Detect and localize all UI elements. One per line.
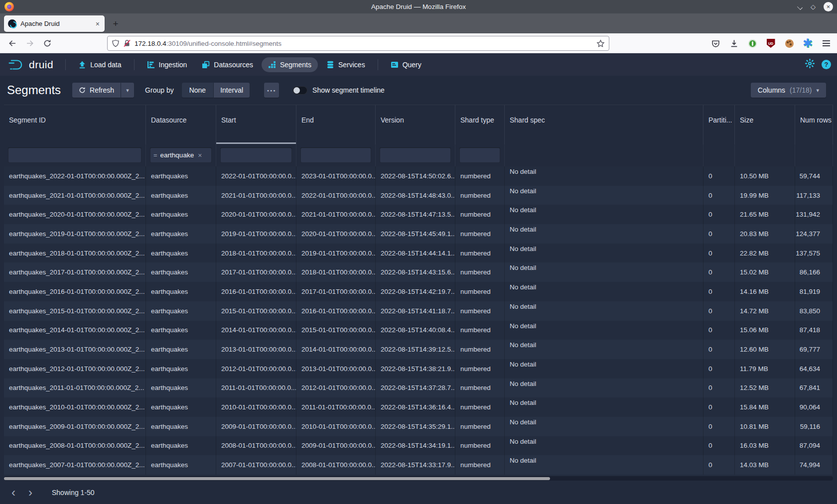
cell-partition: 0 [703, 397, 735, 417]
horizontal-scrollbar[interactable] [4, 476, 833, 481]
cell-version: 2022-08-15T14:35:29.1... [376, 417, 455, 436]
cell-id[interactable]: earthquakes_2017-01-01T00:00:00.000Z_2..… [4, 262, 146, 282]
tab-apache-druid[interactable]: Apache Druid × [4, 15, 105, 32]
cell-size: 21.65 MB [735, 205, 795, 224]
cell-partition: 0 [703, 378, 735, 398]
column-header-id[interactable]: Segment ID [4, 105, 146, 144]
cell-id[interactable]: earthquakes_2009-01-01T00:00:00.000Z_2..… [4, 417, 146, 436]
filter-input-end[interactable] [300, 147, 371, 163]
column-header-label: Datasource [151, 116, 187, 124]
extension-green-icon[interactable] [746, 37, 758, 49]
column-header-num_rows[interactable]: Num rows [795, 105, 833, 144]
filter-cell-shard_type [455, 144, 505, 166]
column-header-label: Start [221, 116, 236, 124]
insecure-lock-icon[interactable] [123, 39, 131, 47]
cell-end: 2018-01-01T00:00:00.0... [296, 262, 376, 282]
back-button[interactable] [5, 36, 20, 51]
next-page-button[interactable]: › [24, 486, 37, 499]
column-header-end[interactable]: End [296, 105, 376, 144]
cell-end: 2017-01-01T00:00:00.0... [296, 282, 376, 301]
cell-version: 2022-08-15T14:37:28.7... [376, 378, 455, 398]
datasources-icon [202, 61, 210, 69]
cell-id[interactable]: earthquakes_2020-01-01T00:00:00.000Z_2..… [4, 205, 146, 224]
previous-page-button[interactable]: ‹ [7, 486, 20, 499]
scrollbar-thumb[interactable] [4, 477, 550, 480]
cell-end: 2010-01-01T00:00:00.0... [296, 417, 376, 436]
column-header-version[interactable]: Version [376, 105, 455, 144]
filter-input-shard_type[interactable] [459, 147, 500, 163]
cell-id[interactable]: earthquakes_2022-01-01T00:00:00.000Z_2..… [4, 166, 146, 186]
pocket-icon[interactable] [709, 37, 721, 49]
menu-hamburger-icon[interactable] [820, 37, 832, 49]
remove-filter-icon[interactable]: × [198, 151, 202, 159]
cell-id[interactable]: earthquakes_2018-01-01T00:00:00.000Z_2..… [4, 244, 146, 263]
cell-id[interactable]: earthquakes_2016-01-01T00:00:00.000Z_2..… [4, 282, 146, 301]
minimize-button[interactable] [798, 4, 803, 9]
cell-start: 2019-01-01T00:00:00.0... [216, 224, 296, 244]
column-header-shard_type[interactable]: Shard type [455, 105, 505, 144]
cell-shard_type: numbered [455, 455, 505, 475]
asterisk-extension-icon[interactable]: ✱ [802, 37, 814, 49]
cell-id[interactable]: earthquakes_2008-01-01T00:00:00.000Z_2..… [4, 436, 146, 456]
cell-size: 15.06 MB [735, 321, 795, 340]
settings-gear-icon[interactable] [805, 59, 815, 70]
filter-cell-end [296, 144, 376, 166]
cell-id[interactable]: earthquakes_2011-01-01T00:00:00.000Z_2..… [4, 378, 146, 398]
nav-item-services[interactable]: Services [320, 57, 372, 72]
cell-id[interactable]: earthquakes_2014-01-01T00:00:00.000Z_2..… [4, 321, 146, 340]
downloads-icon[interactable] [728, 37, 740, 49]
columns-button[interactable]: Columns (17/18) ▾ [751, 83, 826, 98]
cell-shard_type: numbered [455, 166, 505, 186]
cell-id[interactable]: earthquakes_2012-01-01T00:00:00.000Z_2..… [4, 359, 146, 378]
cell-shard_spec: No detail [505, 417, 703, 436]
group-by-interval-button[interactable]: Interval [214, 83, 250, 98]
table-row: earthquakes_2015-01-01T00:00:00.000Z_2..… [4, 301, 833, 321]
cell-id[interactable]: earthquakes_2007-01-01T00:00:00.000Z_2..… [4, 455, 146, 475]
group-by-none-button[interactable]: None [182, 83, 213, 98]
reload-button[interactable] [40, 36, 55, 51]
segment-timeline-toggle[interactable] [292, 86, 307, 95]
cell-id[interactable]: earthquakes_2013-01-01T00:00:00.000Z_2..… [4, 340, 146, 359]
nav-item-query[interactable]: Query [384, 57, 428, 72]
url-bar[interactable]: 172.18.0.4:30109/unified-console.html#se… [107, 36, 609, 51]
forward-button[interactable] [22, 36, 37, 51]
column-header-start[interactable]: Start [216, 105, 296, 144]
column-header-datasource[interactable]: Datasource [146, 105, 216, 144]
cookie-extension-icon[interactable] [783, 37, 795, 49]
column-header-shard_spec[interactable]: Shard spec [505, 105, 703, 144]
cell-end: 2014-01-01T00:00:00.0... [296, 340, 376, 359]
column-header-partition[interactable]: Partiti... [703, 105, 735, 144]
cell-datasource: earthquakes [146, 417, 216, 436]
nav-item-ingestion[interactable]: Ingestion [140, 57, 194, 72]
cell-start: 2017-01-01T00:00:00.0... [216, 262, 296, 282]
nav-item-segments[interactable]: Segments [262, 57, 318, 72]
help-icon[interactable]: ? [822, 60, 831, 69]
nav-item-datasources[interactable]: Datasources [195, 57, 260, 72]
refresh-dropdown-button[interactable]: ▾ [121, 83, 134, 98]
cell-num_rows: 83,850 [795, 301, 833, 321]
nav-item-label: Segments [280, 61, 311, 69]
maximize-button[interactable]: ◇ [811, 3, 816, 10]
column-header-size[interactable]: Size [735, 105, 795, 144]
cell-end: 2012-01-01T00:00:00.0... [296, 378, 376, 398]
cell-id[interactable]: earthquakes_2010-01-01T00:00:00.000Z_2..… [4, 397, 146, 417]
cell-id[interactable]: earthquakes_2015-01-01T00:00:00.000Z_2..… [4, 301, 146, 321]
cell-id[interactable]: earthquakes_2021-01-01T00:00:00.000Z_2..… [4, 186, 146, 205]
bookmark-star-icon[interactable] [596, 39, 605, 48]
filter-input-start[interactable] [220, 147, 292, 163]
new-tab-button[interactable]: + [110, 18, 122, 30]
close-window-button[interactable]: × [824, 2, 833, 11]
cell-id[interactable]: earthquakes_2019-01-01T00:00:00.000Z_2..… [4, 224, 146, 244]
filter-input-version[interactable] [380, 147, 451, 163]
table-header-row: Segment IDDatasourceStartEndVersionShard… [4, 105, 833, 144]
nav-item-load-data[interactable]: Load data [72, 57, 128, 72]
cell-num_rows: 64,634 [795, 359, 833, 378]
cell-shard_type: numbered [455, 417, 505, 436]
refresh-button[interactable]: Refresh [72, 83, 121, 98]
close-tab-icon[interactable]: × [95, 20, 101, 28]
ublock-extension-icon[interactable]: UD [765, 37, 777, 49]
filter-input-datasource[interactable]: =earthquake× [150, 147, 212, 163]
druid-brand[interactable]: druid [0, 58, 60, 71]
filter-input-id[interactable] [8, 147, 141, 163]
more-options-button[interactable]: ●●● [264, 83, 279, 98]
